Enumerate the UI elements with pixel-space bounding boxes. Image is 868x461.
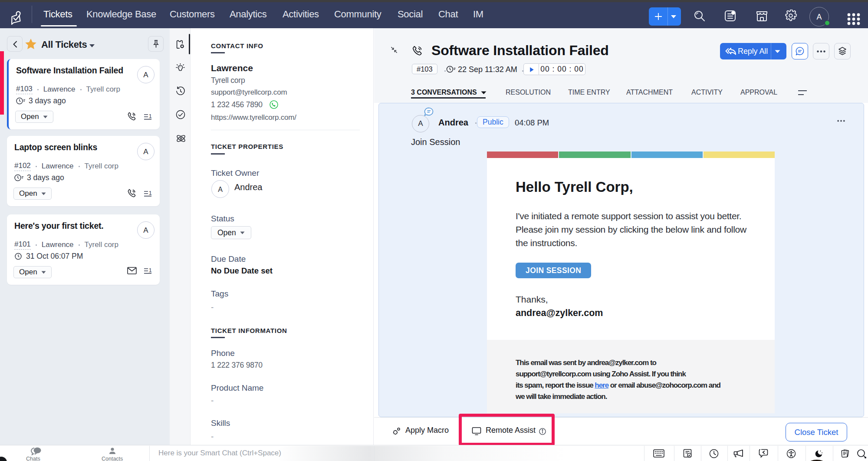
svg-text:1: 1 (149, 267, 152, 273)
svg-text:1: 1 (149, 190, 152, 196)
svg-text:1: 1 (149, 113, 152, 119)
